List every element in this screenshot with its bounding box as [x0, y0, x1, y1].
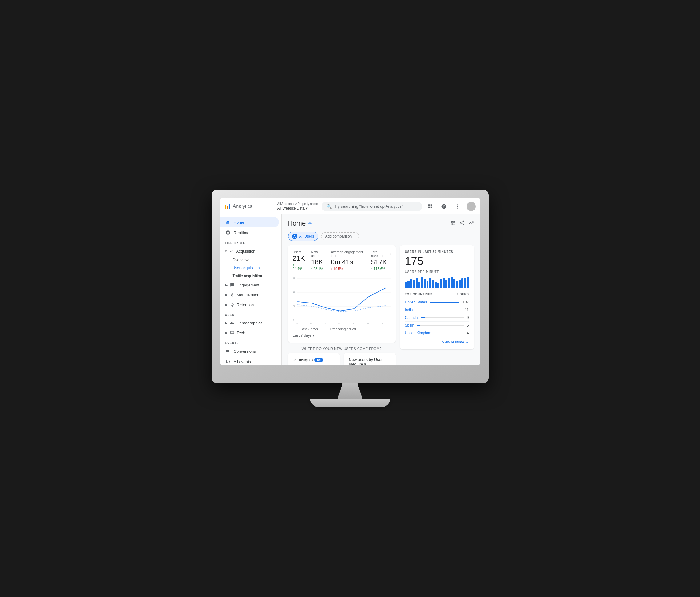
account-selector[interactable]: All Accounts > Property name All Website…: [277, 202, 318, 210]
svg-text:05: 05: [367, 322, 369, 325]
bar-mini: [410, 279, 412, 288]
svg-point-6: [457, 207, 458, 208]
revenue-label: Total revenue ℹ: [371, 250, 391, 258]
users-per-minute-chart: [405, 276, 469, 288]
time-selector-label: Last 7 days ▾: [293, 333, 315, 338]
svg-point-4: [457, 204, 458, 205]
country-bar: [421, 317, 425, 318]
sidebar-item-tech[interactable]: ▶ Tech: [220, 328, 281, 338]
apps-button[interactable]: [426, 202, 434, 211]
insights-card: ↗ Insights 10+: [288, 353, 340, 365]
country-bar-container: [434, 333, 464, 333]
dashed-line: [323, 329, 329, 329]
demographics-icon: [229, 320, 235, 326]
country-name[interactable]: India: [405, 308, 413, 312]
realtime-sub-label: USERS PER MINUTE: [405, 270, 469, 274]
country-row: Spain 5: [405, 321, 469, 329]
stat-users: Users 21K ↑ 24.4%: [293, 250, 305, 270]
edit-page-icon[interactable]: ✏: [308, 221, 312, 226]
top-countries-label: TOP COUNTRIES: [405, 293, 433, 296]
country-row: India 11: [405, 306, 469, 314]
monetization-label: Monetization: [237, 293, 259, 297]
user-avatar[interactable]: [467, 202, 476, 211]
customize-icon[interactable]: [450, 220, 455, 227]
top-countries-header: TOP COUNTRIES USERS: [405, 293, 469, 296]
sidebar-item-demographics[interactable]: ▶ Demographics: [220, 318, 281, 328]
sidebar-item-monetization[interactable]: ▶ Monetization: [220, 290, 281, 300]
help-button[interactable]: [440, 202, 448, 211]
topbar-actions: [426, 202, 476, 211]
svg-text:02: 02: [324, 322, 326, 325]
more-button[interactable]: [453, 202, 461, 211]
country-list: United States 107 India 11 Canada 9 Spai…: [405, 298, 469, 337]
view-realtime-button[interactable]: View realtime →: [405, 340, 469, 344]
chart-area: 6K 4K 2K 0: [293, 276, 391, 325]
realtime-value: 175: [405, 255, 469, 268]
realtime-label: Realtime: [234, 231, 249, 235]
country-name[interactable]: United States: [405, 300, 427, 304]
sidebar-sub-user-acq[interactable]: User acquisition: [220, 264, 279, 272]
svg-text:03: 03: [339, 322, 340, 325]
bar-mini: [443, 278, 445, 288]
svg-rect-1: [430, 204, 432, 206]
legend-last7-label: Last 7 days: [301, 327, 318, 331]
all-users-filter[interactable]: A All Users: [288, 232, 318, 241]
bar-mini: [429, 279, 431, 288]
legend-last7: Last 7 days: [293, 327, 318, 331]
time-selector[interactable]: Last 7 days ▾: [293, 333, 391, 338]
page-title: Home: [288, 219, 306, 227]
demographics-label: Demographics: [237, 321, 263, 325]
country-bar-container: [430, 302, 460, 303]
page-title-row: Home ✏: [288, 219, 312, 227]
new-users-value: 18K: [311, 258, 325, 266]
country-bar: [430, 302, 460, 303]
conversions-icon: [225, 348, 231, 354]
bar-mini: [467, 277, 469, 288]
bar-mini: [416, 278, 418, 288]
svg-text:0: 0: [293, 318, 294, 321]
stat-engagement: Average engagement time 0m 41s ↓ 19.5%: [331, 250, 365, 270]
trending-icon[interactable]: [468, 220, 474, 227]
country-name[interactable]: Spain: [405, 323, 415, 328]
sidebar-item-retention[interactable]: ▶ Retention: [220, 300, 281, 310]
home-icon: [225, 219, 231, 225]
acquisition-label: Acquisition: [236, 249, 256, 254]
bar-mini: [464, 278, 466, 288]
engagement-label: Average engagement time: [331, 250, 365, 258]
bottom-section: ↗ Insights 10+: [288, 353, 396, 365]
country-name[interactable]: Canada: [405, 315, 418, 320]
sidebar-sub-overview[interactable]: Overview: [220, 256, 279, 264]
all-users-icon: A: [292, 234, 298, 239]
filter-bar: A All Users Add comparison +: [288, 232, 474, 241]
where-new-users-label: WHERE DO YOUR NEW USERS COME FROM?: [288, 347, 396, 351]
svg-rect-0: [428, 204, 430, 206]
main-content: Home Realtime LIFE CYCLE ▾: [220, 214, 480, 365]
main-chart: 6K 4K 2K 0: [293, 276, 391, 325]
search-placeholder: Try searching "how to set up Analytics": [334, 204, 403, 209]
realtime-card: USERS IN LAST 30 MINUTES 175 USERS PER M…: [400, 245, 474, 349]
add-comparison-button[interactable]: Add comparison +: [321, 232, 359, 240]
lifecycle-section: LIFE CYCLE: [220, 238, 281, 246]
solid-line: [293, 329, 299, 329]
account-dropdown[interactable]: All Website Data ▾: [277, 206, 318, 210]
country-users: 5: [467, 323, 469, 328]
main-panel: Users 21K ↑ 24.4% New users 18K ↑ 28.1%: [288, 245, 396, 365]
sidebar-sub-traffic-acq[interactable]: Traffic acquisition: [220, 272, 279, 280]
sidebar-item-realtime[interactable]: Realtime: [220, 227, 279, 238]
sidebar-item-engagement[interactable]: ▶ Engagement: [220, 280, 281, 290]
svg-text:6K: 6K: [293, 277, 295, 280]
all-events-label: All events: [234, 359, 251, 364]
share-icon[interactable]: [459, 220, 465, 227]
sidebar-item-conversions[interactable]: Conversions: [220, 346, 279, 356]
country-name[interactable]: United Kingdom: [405, 331, 431, 335]
sidebar-item-all-events[interactable]: All events: [220, 356, 279, 365]
retention-icon: [229, 302, 235, 307]
svg-rect-2: [428, 207, 430, 208]
sidebar-item-acquisition[interactable]: ▾ Acquisition: [220, 246, 281, 256]
search-bar[interactable]: 🔍 Try searching "how to set up Analytics…: [322, 202, 422, 211]
new-users-dropdown[interactable]: New users by User medium ▾: [349, 357, 391, 365]
revenue-value: $17K: [371, 258, 391, 266]
sidebar-item-home[interactable]: Home: [220, 217, 279, 227]
home-label: Home: [234, 220, 245, 225]
insights-badge: 10+: [315, 358, 323, 362]
